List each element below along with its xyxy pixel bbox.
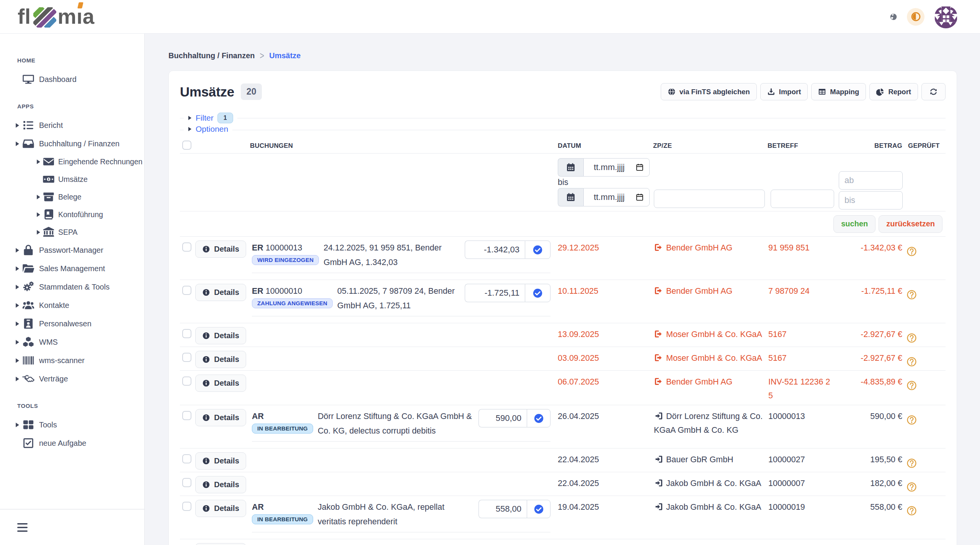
- globe-icon: [668, 88, 676, 96]
- row-zpze[interactable]: [653, 543, 768, 545]
- row-checkbox[interactable]: [182, 502, 191, 511]
- details-button[interactable]: Details: [195, 375, 246, 392]
- language-globe-icon[interactable]: [890, 13, 897, 21]
- breadcrumb-current[interactable]: Umsätze: [269, 51, 301, 60]
- fints-button[interactable]: via FinTS abgleichen: [661, 83, 757, 100]
- sidebar-item-personalwesen[interactable]: Personalwesen: [0, 314, 144, 333]
- sidebar-item-wms[interactable]: WMS: [0, 333, 144, 351]
- question-circle-icon[interactable]: [906, 482, 917, 492]
- sidebar-item-kontakte[interactable]: Kontakte: [0, 296, 144, 314]
- sidebar-section-tools: TOOLS: [17, 403, 144, 409]
- row-zpze[interactable]: Bender GmbH AG: [653, 241, 768, 280]
- select-all-checkbox[interactable]: [182, 141, 191, 150]
- question-circle-icon[interactable]: [906, 458, 917, 468]
- confirm-amount-button[interactable]: [525, 241, 550, 259]
- sidebar-item-passwort-manager[interactable]: Passwort-Manager: [0, 241, 144, 259]
- row-checkbox[interactable]: [182, 353, 191, 362]
- mapping-button[interactable]: Mapping: [811, 83, 866, 100]
- row-zpze[interactable]: Jakob GmbH & Co. KGaA: [653, 476, 768, 493]
- options-toggle[interactable]: Optionen: [184, 124, 232, 134]
- details-button[interactable]: Details: [195, 452, 246, 470]
- amount-input[interactable]: [465, 241, 525, 259]
- sidebar-item-umsaetze[interactable]: Umsätze: [0, 170, 144, 188]
- caret-right-icon: [15, 141, 20, 146]
- row-checkbox[interactable]: [182, 376, 191, 386]
- row-zpze[interactable]: Moser GmbH & Co. KGaA: [653, 351, 768, 368]
- sign-out-icon: [654, 353, 663, 362]
- question-circle-icon[interactable]: [906, 333, 917, 343]
- question-circle-icon[interactable]: [906, 246, 917, 257]
- sidebar-item-stammdaten-tools[interactable]: Stammdaten & Tools: [0, 278, 144, 296]
- sidebar-item-neue-aufgabe[interactable]: neue Aufgabe: [0, 434, 144, 452]
- theme-contrast-button[interactable]: [907, 8, 924, 26]
- row-zpze[interactable]: Moser GmbH & Co. KGaA: [653, 327, 768, 344]
- caret-right-icon: [15, 266, 20, 271]
- confirm-amount-button[interactable]: [525, 284, 550, 302]
- sidebar-item-sales-management[interactable]: Sales Management: [0, 259, 144, 278]
- details-button[interactable]: Details: [195, 409, 246, 426]
- info-icon: [202, 504, 210, 512]
- row-zpze[interactable]: Jakob GmbH & Co. KGaA: [653, 500, 768, 539]
- row-checkbox[interactable]: [182, 242, 191, 252]
- question-circle-icon[interactable]: [906, 290, 917, 300]
- sidebar-item-wms-scanner[interactable]: wms-scanner: [0, 351, 144, 370]
- sidebar-item-sepa[interactable]: SEPA: [0, 223, 144, 241]
- user-avatar[interactable]: [934, 5, 958, 29]
- details-button[interactable]: Details: [195, 476, 246, 493]
- sidebar-item-kontofuehrung[interactable]: Kontoführung: [0, 206, 144, 223]
- import-button[interactable]: Import: [760, 83, 808, 100]
- question-circle-icon[interactable]: [906, 357, 917, 367]
- app-logo[interactable]: fl mia: [18, 6, 95, 27]
- details-button[interactable]: Details: [195, 351, 246, 368]
- date-from-input[interactable]: tt.mm.jjjj: [558, 158, 650, 177]
- filter-toggle[interactable]: Filter 1: [184, 113, 237, 123]
- reset-button[interactable]: zurücksetzen: [879, 215, 942, 233]
- row-zpze[interactable]: Bender GmbH AG: [653, 375, 768, 403]
- sidebar-item-bericht[interactable]: Bericht: [0, 116, 144, 134]
- details-button[interactable]: Details: [195, 241, 246, 258]
- breadcrumb-parent[interactable]: Buchhaltung / Finanzen: [168, 51, 255, 60]
- row-zpze[interactable]: Bender GmbH AG: [653, 284, 768, 323]
- betrag-from-input[interactable]: [839, 171, 903, 190]
- date-picker-icon[interactable]: [635, 193, 644, 201]
- row-zpze[interactable]: Dörr Lorenz Stiftung & Co. KGaA GmbH & C…: [653, 409, 768, 448]
- sidebar-item-buchhaltung-finanzen[interactable]: Buchhaltung / Finanzen: [0, 134, 144, 153]
- row-checkbox[interactable]: [182, 286, 191, 295]
- question-circle-icon[interactable]: [906, 506, 917, 516]
- caret-right-icon: [36, 212, 41, 217]
- row-checkbox[interactable]: [182, 454, 191, 463]
- row-checkbox[interactable]: [182, 478, 191, 487]
- betreff-filter-input[interactable]: [771, 190, 834, 208]
- sidebar-item-tools[interactable]: Tools: [0, 416, 144, 434]
- sidebar-item-belege[interactable]: Belege: [0, 188, 144, 206]
- question-circle-icon[interactable]: [906, 380, 917, 391]
- amount-input[interactable]: [479, 409, 527, 427]
- search-button[interactable]: suchen: [833, 215, 875, 233]
- report-button[interactable]: Report: [869, 83, 918, 100]
- confirm-amount-button[interactable]: [527, 409, 550, 427]
- amount-input[interactable]: [465, 284, 525, 302]
- date-picker-icon[interactable]: [635, 163, 644, 172]
- details-button[interactable]: Details: [195, 500, 246, 517]
- caret-right-icon: [15, 303, 20, 308]
- users-icon: [22, 299, 35, 312]
- logo-text-right: mia: [58, 6, 95, 27]
- amount-input[interactable]: [479, 500, 527, 518]
- collapse-menu-icon[interactable]: [17, 523, 28, 532]
- betrag-to-input[interactable]: [839, 191, 903, 209]
- sidebar-item-vertraege[interactable]: Verträge: [0, 370, 144, 388]
- row-checkbox[interactable]: [182, 411, 191, 420]
- question-circle-icon[interactable]: [906, 415, 917, 425]
- refresh-button[interactable]: [921, 83, 946, 100]
- row-datum: 06.07.2025: [558, 375, 653, 403]
- row-checkbox[interactable]: [182, 329, 191, 338]
- details-button[interactable]: Details: [195, 284, 246, 301]
- details-button[interactable]: Details: [195, 543, 246, 545]
- zpze-filter-input[interactable]: [654, 190, 765, 208]
- confirm-amount-button[interactable]: [527, 500, 550, 518]
- sidebar-item-dashboard[interactable]: Dashboard: [0, 70, 144, 88]
- date-to-input[interactable]: tt.mm.jjjj: [558, 188, 650, 206]
- sidebar-item-eingehende-rechnungen[interactable]: Eingehende Rechnungen: [0, 153, 144, 170]
- row-zpze[interactable]: Bauer GbR GmbH: [653, 452, 768, 470]
- details-button[interactable]: Details: [195, 327, 246, 344]
